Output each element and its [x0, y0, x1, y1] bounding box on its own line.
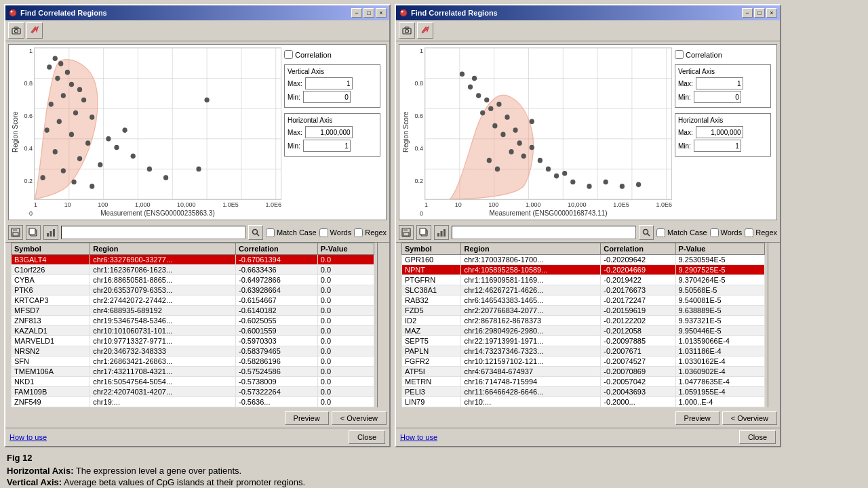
left-correlation-check[interactable]: Correlation: [284, 50, 380, 59]
table-row[interactable]: FAM109Bchr22:42074031-4207...-0.57322264…: [12, 387, 374, 397]
right-vmax-input[interactable]: [696, 77, 743, 89]
right-correlation-label: Correlation: [686, 51, 722, 59]
left-minimize-btn[interactable]: −: [351, 8, 362, 18]
svg-rect-111: [403, 232, 409, 236]
right-words-checkbox[interactable]: [710, 228, 719, 237]
right-y-ticks: 10.80.60.40.20: [411, 47, 425, 217]
right-hmin-input[interactable]: [694, 140, 741, 152]
right-close-window-btn[interactable]: Close: [739, 430, 776, 444]
table-row[interactable]: NKD1chr16:50547564-5054...-0.57380090.0: [12, 377, 374, 387]
right-close-btn[interactable]: ×: [766, 8, 777, 18]
table-row[interactable]: MFSD7chr4:688935-689192-0.61401820.0: [12, 306, 374, 316]
right-chart-plot[interactable]: [425, 47, 672, 200]
right-search-input[interactable]: [452, 226, 636, 239]
table-row[interactable]: METRNchr16:714748-715994-0.200570421.047…: [402, 377, 765, 387]
left-close-window-btn[interactable]: Close: [349, 430, 385, 444]
table-row[interactable]: GPR160chr3:170037806-1700...-0.202096429…: [402, 255, 765, 265]
left-close-btn[interactable]: ×: [376, 8, 387, 18]
right-vmax-label: Max:: [678, 80, 693, 87]
right-minimize-btn[interactable]: −: [742, 8, 753, 18]
left-search-copy-btn[interactable]: [26, 225, 41, 240]
right-vertical-axis-group: Vertical Axis Max: Min:: [675, 64, 771, 108]
right-correlation-check[interactable]: Correlation: [675, 50, 771, 59]
left-matchcase-checkbox[interactable]: [266, 228, 275, 237]
table-row[interactable]: ZNF813chr19:53467548-5346...-0.60250550.…: [12, 316, 374, 326]
left-words-label[interactable]: Words: [319, 228, 352, 237]
left-correlation-checkbox[interactable]: [284, 50, 293, 59]
right-table-wrapper: Symbol Region Correlation P-Value GPR160…: [399, 243, 777, 407]
table-row[interactable]: KRTCAP3chr2:27442072-27442...-0.61546670…: [12, 296, 374, 306]
table-row[interactable]: SLC38A1chr12:46267271-4626...-0.20176673…: [402, 285, 765, 296]
right-vmin-input[interactable]: [694, 91, 741, 103]
left-vmax-input[interactable]: [305, 77, 353, 89]
table-row[interactable]: ZNF549chr19:...-0.5636...0.0: [12, 397, 374, 407]
table-row[interactable]: PTK6chr20:63537079-6353...-0.639286640.0: [12, 285, 374, 296]
right-search-chart-btn[interactable]: [434, 225, 449, 240]
left-regex-label[interactable]: Regex: [354, 228, 387, 237]
table-row[interactable]: MARVELD1chr10:97713327-9771...-0.5970303…: [12, 336, 374, 346]
left-camera-btn[interactable]: [8, 22, 24, 39]
left-chart-plot[interactable]: [34, 47, 281, 200]
right-howto-link[interactable]: How to use: [400, 433, 437, 441]
table-row[interactable]: SFNchr1:26863421-26863...-0.582861960.0: [12, 357, 374, 367]
table-row[interactable]: CYBAchr16:88650581-8865...-0.649728660.0: [12, 275, 374, 285]
table-row[interactable]: TMEM106Achr17:43211708-4321...-0.5752458…: [12, 367, 374, 377]
svg-line-60: [256, 234, 259, 237]
table-row[interactable]: MAZchr16:29804926-2980...-0.20120589.950…: [402, 326, 765, 336]
left-preview-btn[interactable]: Preview: [285, 411, 329, 425]
table-row[interactable]: PTGFRNchr1:116909581-1169...-0.20194229.…: [402, 275, 765, 285]
right-camera-btn[interactable]: [399, 22, 415, 39]
left-hmax-input[interactable]: [305, 126, 353, 138]
left-search-save-btn[interactable]: [8, 225, 23, 240]
right-maximize-btn[interactable]: □: [754, 8, 765, 18]
right-search-go-btn[interactable]: [639, 225, 654, 240]
table-row[interactable]: RAB32chr6:146543383-1465...-0.201722479.…: [402, 296, 765, 306]
svg-point-26: [77, 87, 82, 92]
table-row[interactable]: PELI3chr11:66466428-6646...-0.200436931.…: [402, 387, 765, 397]
table-row[interactable]: ID2chr2:8678162-8678373-0.201222029.9373…: [402, 316, 765, 326]
table-row[interactable]: NRSN2chr20:346732-348333-0.583794650.0: [12, 346, 374, 357]
svg-point-46: [131, 153, 136, 159]
left-arrow-btn[interactable]: [26, 22, 43, 39]
caption-line2-bold: Vertical Axis:: [7, 477, 62, 487]
left-matchcase-label[interactable]: Match Case: [266, 228, 317, 237]
table-row[interactable]: C1orf226chr1:162367086-1623...-0.6633436…: [12, 265, 374, 275]
right-hmax-input[interactable]: [696, 126, 743, 138]
left-search-input[interactable]: [61, 226, 245, 239]
table-row[interactable]: ATP5Ichr4:673484-674937-0.200708691.0360…: [402, 367, 765, 377]
left-vmin-input[interactable]: [303, 91, 351, 103]
right-matchcase-label[interactable]: Match Case: [656, 228, 707, 237]
table-row[interactable]: FGFR2chr10:121597102-121...-0.200745271.…: [402, 357, 765, 367]
right-overview-btn[interactable]: < Overview: [722, 411, 777, 425]
right-preview-btn[interactable]: Preview: [675, 411, 719, 425]
right-regex-label[interactable]: Regex: [745, 228, 777, 237]
left-regex-checkbox[interactable]: [354, 228, 363, 237]
right-arrow-btn[interactable]: [417, 22, 433, 39]
table-row[interactable]: B3GALT4chr6:33276900-33277...-0.67061394…: [12, 255, 374, 265]
caption-fig: Fig 12: [7, 453, 861, 463]
left-words-checkbox[interactable]: [319, 228, 328, 237]
left-maximize-btn[interactable]: □: [363, 8, 374, 18]
left-howto-link[interactable]: How to use: [9, 433, 47, 441]
table-row[interactable]: SEPT5chr22:19713991-1971...-0.200978851.…: [402, 336, 765, 346]
table-row[interactable]: FZD5chr2:207766834-2077...-0.201596199.6…: [402, 306, 765, 316]
right-regex-checkbox[interactable]: [745, 228, 753, 237]
left-search-go-btn[interactable]: [248, 225, 263, 240]
right-matchcase-checkbox[interactable]: [656, 228, 665, 237]
right-correlation-checkbox[interactable]: [675, 50, 684, 59]
table-row[interactable]: NPNTchr4:105895258-10589...-0.202046699.…: [402, 265, 765, 275]
right-words-label[interactable]: Words: [710, 228, 743, 237]
table-row[interactable]: PAPLNchr14:73237346-7323...-0.20076711.0…: [402, 346, 765, 357]
right-scrollbar[interactable]: [768, 243, 777, 407]
left-search-chart-btn[interactable]: [43, 225, 58, 240]
left-scrollbar[interactable]: [377, 243, 387, 407]
left-hmin-input[interactable]: [303, 140, 351, 152]
table-row[interactable]: KAZALD1chr10:101060731-101...-0.60015590…: [12, 326, 374, 336]
left-overview-btn[interactable]: < Overview: [332, 411, 387, 425]
left-table-container[interactable]: Symbol Region Correlation P-Value B3GALT…: [11, 243, 374, 407]
right-search-copy-btn[interactable]: [416, 225, 431, 240]
right-search-save-btn[interactable]: [399, 225, 414, 240]
right-table-container[interactable]: Symbol Region Correlation P-Value GPR160…: [401, 243, 765, 407]
table-row[interactable]: LIN79chr10:...-0.2000...1.000..E-4: [402, 397, 765, 407]
svg-point-86: [496, 102, 501, 107]
